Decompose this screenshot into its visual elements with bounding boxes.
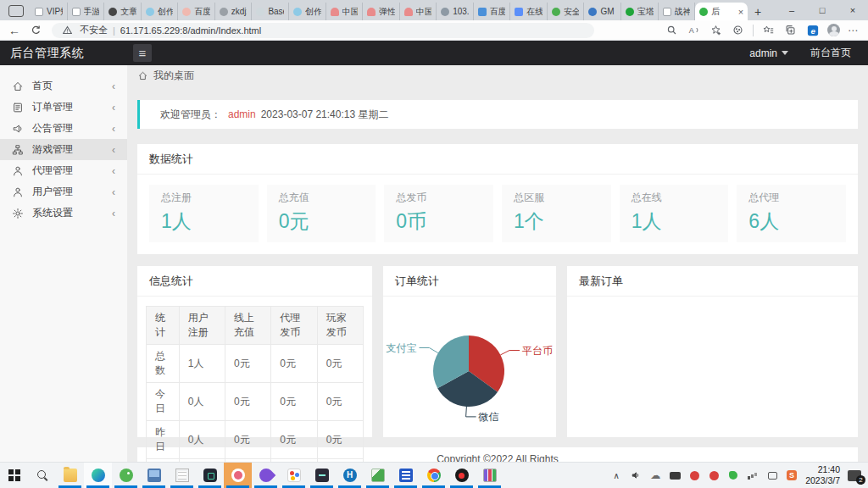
profile-avatar[interactable]: [827, 24, 840, 36]
browser-tab[interactable]: 创作: [289, 3, 326, 20]
volume-icon[interactable]: [630, 469, 642, 481]
maximize-button[interactable]: □: [807, 0, 837, 20]
green-app-button[interactable]: [112, 463, 140, 488]
toolbar-divider: [753, 25, 754, 36]
browser-tab[interactable]: VIP短: [31, 3, 68, 20]
minimize-button[interactable]: –: [776, 0, 807, 20]
purple-app-button[interactable]: [252, 463, 280, 488]
sidebar-item-home[interactable]: 首页: [0, 75, 127, 97]
frontend-home-link[interactable]: 前台首页: [810, 46, 851, 60]
network-signal-icon[interactable]: [747, 469, 759, 481]
tray-chevron-up-icon[interactable]: [610, 469, 622, 481]
browser-tab[interactable]: zkdjx: [215, 3, 253, 20]
sidebar-item-games[interactable]: 游戏管理: [0, 139, 127, 160]
welcome-prefix: 欢迎管理员：: [160, 108, 221, 122]
browser-tab[interactable]: GM V: [584, 3, 621, 20]
green-tray-icon[interactable]: [729, 471, 737, 480]
tab-preview-icon[interactable]: [8, 5, 24, 17]
image-editor-button[interactable]: [364, 463, 392, 488]
tab-title: 百度: [490, 6, 506, 18]
browser-tab[interactable]: 百度: [178, 3, 215, 20]
hamburger-menu-icon[interactable]: [133, 44, 152, 62]
hbuilder-button[interactable]: [336, 463, 364, 488]
dark-app-button[interactable]: [308, 463, 336, 488]
notification-badge: 2: [856, 475, 865, 485]
browser-tab[interactable]: 103.2: [437, 3, 474, 20]
browser-tab[interactable]: 弹性: [363, 3, 400, 20]
touch-keyboard-icon[interactable]: [768, 472, 777, 480]
sidebar-item-announcement[interactable]: 公告管理: [0, 118, 127, 139]
app-icon: [293, 8, 302, 16]
leaf-icon: [699, 8, 708, 16]
browser-tab[interactable]: 中国: [326, 3, 364, 20]
sidebar-item-orders[interactable]: 订单管理: [0, 97, 127, 118]
security-tray-icon[interactable]: [787, 470, 797, 480]
table-cell: 0: [179, 459, 225, 463]
remote-desktop-button[interactable]: [140, 463, 168, 488]
flame-icon: [256, 466, 275, 485]
tab-close-icon[interactable]: ×: [738, 7, 743, 17]
browser-tab[interactable]: 文章: [104, 3, 142, 20]
user-dropdown[interactable]: admin: [749, 47, 788, 59]
chrome-button[interactable]: [420, 463, 448, 488]
browser-tab[interactable]: 安全: [548, 3, 585, 20]
browser-tab[interactable]: 中国: [400, 3, 437, 20]
collections-icon[interactable]: [783, 23, 798, 37]
stat-card: 总充值0元: [267, 185, 376, 242]
browser-tab[interactable]: 宝塔: [621, 3, 659, 20]
search-button[interactable]: [28, 463, 56, 488]
winrar-button[interactable]: [476, 463, 504, 488]
address-bar[interactable]: 不安全 | 61.171.65.229:8/admin/Index.html: [52, 23, 594, 38]
media-app-button[interactable]: [280, 463, 308, 488]
search-toolbar-icon[interactable]: [665, 23, 679, 37]
taskbar-clock[interactable]: 21:40 2023/3/7: [805, 464, 840, 486]
browser-tab[interactable]: Base(: [252, 3, 289, 20]
qq-icon-2[interactable]: [709, 471, 719, 480]
notepad-button[interactable]: [168, 463, 196, 488]
close-window-button[interactable]: ×: [837, 0, 868, 20]
file-explorer-button[interactable]: [56, 463, 84, 488]
browser-tab[interactable]: 在线: [510, 3, 548, 20]
refresh-icon[interactable]: [29, 23, 43, 37]
latest-panel-title: 最新订单: [567, 266, 858, 297]
browser-tab[interactable]: 手游: [68, 3, 105, 20]
table-row: 本周00元0元0元: [147, 459, 364, 463]
settings-icon: [12, 208, 24, 219]
favorite-add-icon[interactable]: [709, 23, 723, 37]
edge-button[interactable]: [84, 463, 112, 488]
orders-icon: [12, 102, 24, 114]
ie-mode-icon[interactable]: e: [805, 23, 820, 37]
address-separator: |: [113, 25, 115, 36]
tab-title: 103.2: [453, 7, 469, 16]
sidebar-item-settings[interactable]: 系统设置: [0, 202, 127, 224]
table-cell: 0元: [225, 421, 271, 459]
table-cell: 昨日: [147, 421, 180, 459]
cloud-tray-icon[interactable]: [649, 469, 661, 481]
sidebar-item-agent[interactable]: 代理管理: [0, 160, 127, 181]
extension-icon[interactable]: [731, 23, 745, 37]
new-tab-button[interactable]: +: [748, 3, 768, 20]
dev-app-button[interactable]: [196, 463, 224, 488]
table-header-cell: 用户注册: [179, 307, 225, 345]
tab-title: 弹性: [379, 6, 395, 18]
cloud-icon: [367, 8, 376, 16]
browser-tab[interactable]: 战神: [659, 3, 696, 20]
browser-tab-active[interactable]: 后×: [695, 3, 748, 20]
tv-tray-icon[interactable]: [670, 472, 681, 480]
read-aloud-icon[interactable]: A: [687, 23, 701, 37]
browser-tab[interactable]: 创作: [142, 3, 179, 20]
game-app-button[interactable]: [224, 463, 252, 488]
sidebar-item-label: 游戏管理: [32, 142, 73, 157]
qq-icon[interactable]: [690, 471, 699, 480]
start-button[interactable]: [0, 463, 28, 488]
more-menu-icon[interactable]: ⋯: [848, 25, 860, 36]
back-icon[interactable]: ←: [8, 25, 20, 36]
sidebar-item-user[interactable]: 用户管理: [0, 181, 127, 202]
recorder-button[interactable]: [448, 463, 476, 488]
stat-label: 总在线: [632, 191, 717, 205]
browser-tab[interactable]: 百度: [474, 3, 511, 20]
notification-center-icon[interactable]: 2: [848, 470, 861, 481]
table-cell: 0元: [225, 459, 271, 463]
favorites-bar-icon[interactable]: [761, 23, 776, 37]
input-app-button[interactable]: [392, 463, 420, 488]
